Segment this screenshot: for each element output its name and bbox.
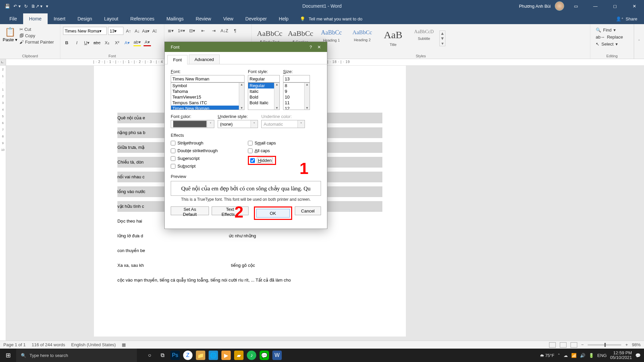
zoom-slider[interactable] <box>588 344 621 346</box>
clock[interactable]: 12:59 PM05/10/2021 <box>610 351 632 360</box>
tell-me-search[interactable]: 💡 Tell me what you want to do <box>294 16 368 24</box>
zoom-level[interactable]: 98% <box>632 342 641 347</box>
grow-font-icon[interactable]: A↑ <box>125 27 132 35</box>
superscript-checkbox[interactable]: Superscript <box>171 156 218 161</box>
styles-more-icon[interactable]: ▾ <box>440 41 445 46</box>
tab-file[interactable]: File <box>3 13 23 24</box>
dialog-title-bar[interactable]: Font ? ✕ <box>165 42 327 52</box>
share-button[interactable]: 👤⁺ Share <box>609 14 644 24</box>
font-color-icon[interactable]: A▾ <box>144 39 151 46</box>
inc-indent-icon[interactable]: ⇥ <box>210 27 217 34</box>
taskbar-search[interactable]: 🔍 Type here to search <box>16 349 137 362</box>
tab-layout[interactable]: Layout <box>98 13 124 24</box>
tab-selector-icon[interactable]: ∟ <box>0 59 5 64</box>
wifi-icon[interactable]: 📶 <box>571 353 577 358</box>
redo-icon[interactable]: ↻ <box>24 4 28 9</box>
tab-home[interactable]: Home <box>23 13 48 24</box>
tab-references[interactable]: References <box>124 13 161 24</box>
photoshop-icon[interactable]: Ps <box>170 351 180 360</box>
minimize-icon[interactable]: — <box>588 0 603 12</box>
underline-style-dropdown[interactable]: (none) <box>218 120 258 128</box>
sort-icon[interactable]: A↓Z <box>221 27 228 34</box>
font-color-dropdown[interactable] <box>171 120 214 128</box>
find-button[interactable]: 🔍 Find ▾ <box>596 27 628 33</box>
cloud-icon[interactable]: ☁ <box>564 353 568 358</box>
italic-icon[interactable]: I <box>73 39 80 46</box>
close-icon[interactable]: ✕ <box>627 0 642 12</box>
ok-button[interactable]: OK <box>256 209 290 218</box>
subscript-checkbox[interactable]: Subscript <box>171 164 218 169</box>
dialog-close-icon[interactable]: ✕ <box>315 45 324 50</box>
text-effects-icon[interactable]: A▾ <box>123 39 131 46</box>
edge-icon[interactable]: 🌐 <box>209 351 218 360</box>
zoom-in-icon[interactable]: + <box>625 342 628 347</box>
tab-review[interactable]: Review <box>190 13 217 24</box>
ribbon-display-icon[interactable]: ▭ <box>568 0 584 12</box>
undo-icon[interactable]: ↶ ▾ <box>13 4 21 9</box>
select-button[interactable]: ↖ Select ▾ <box>596 42 628 47</box>
double-strikethrough-checkbox[interactable]: Double strikethrough <box>171 148 218 153</box>
tab-insert[interactable]: Insert <box>48 13 71 24</box>
font-size-combo[interactable]: 13 ▾ <box>108 27 123 35</box>
read-mode-icon[interactable] <box>549 342 556 348</box>
cortana-icon[interactable]: ○ <box>145 351 154 360</box>
shrink-font-icon[interactable]: A↓ <box>133 27 141 35</box>
tab-view[interactable]: View <box>217 13 239 24</box>
print-layout-icon[interactable] <box>560 342 567 348</box>
superscript-icon[interactable]: X² <box>113 39 121 46</box>
vertical-ruler[interactable]: 21·12345678910 <box>0 66 6 349</box>
set-as-default-button[interactable]: Set As Default <box>171 206 209 215</box>
format-painter-button[interactable]: 🖌 Format Painter <box>19 40 54 45</box>
scrollbar[interactable] <box>239 83 244 110</box>
font-input[interactable] <box>171 75 245 82</box>
tab-design[interactable]: Design <box>71 13 98 24</box>
zalo-icon[interactable]: Z <box>183 351 193 360</box>
all-caps-checkbox[interactable]: All caps <box>248 148 276 153</box>
copy-button[interactable]: 🗐 Copy <box>19 33 54 38</box>
tab-developer[interactable]: Developer <box>239 13 273 24</box>
save-icon[interactable]: 💾 <box>5 4 10 9</box>
font-style-listbox[interactable]: Regular Italic Bold Bold Italic <box>248 82 280 110</box>
show-hidden-icon[interactable]: ˄ <box>558 353 560 358</box>
task-view-icon[interactable]: ⧉ <box>158 351 167 360</box>
dialog-tab-font[interactable]: Font <box>167 55 187 64</box>
styles-down-icon[interactable]: ▼ <box>440 36 445 41</box>
dec-indent-icon[interactable]: ⇤ <box>199 27 207 34</box>
numbering-icon[interactable]: 1≡▾ <box>178 27 185 34</box>
word-count[interactable]: 116 of 244 words <box>32 342 65 347</box>
page-status[interactable]: Page 1 of 1 <box>3 342 26 347</box>
macro-icon[interactable]: ▦ <box>122 342 126 347</box>
volume-icon[interactable]: 🔊 <box>580 353 585 358</box>
subscript-icon[interactable]: X₂ <box>103 39 111 46</box>
start-button[interactable]: ⊞ <box>0 349 16 362</box>
line-icon[interactable]: 💬 <box>260 351 269 360</box>
file-explorer-icon[interactable]: 📁 <box>196 351 205 360</box>
weather-icon[interactable]: 🌧 75°F <box>540 353 554 358</box>
language-status[interactable]: English (United States) <box>71 342 116 347</box>
underline-icon[interactable]: U▾ <box>83 39 91 46</box>
font-listbox[interactable]: Symbol Tahoma TeamViewer15 Tempus Sans I… <box>171 82 245 110</box>
multilevel-icon[interactable]: ⊟▾ <box>189 27 196 34</box>
font-size-listbox[interactable]: 8 9 10 11 12 <box>283 82 310 110</box>
font-name-combo[interactable]: Times New Roma ▾ <box>63 27 107 35</box>
qat-dropdown-icon[interactable]: ▾ <box>46 4 48 9</box>
export-icon[interactable]: 🗎↗ ▾ <box>31 4 43 9</box>
avatar[interactable] <box>555 1 564 11</box>
word-icon[interactable]: W <box>272 351 282 360</box>
small-caps-checkbox[interactable]: Small caps <box>248 140 276 145</box>
hidden-checkbox[interactable]: Hidden <box>250 158 273 163</box>
strike-icon[interactable]: abc <box>93 39 101 46</box>
font-size-input[interactable] <box>283 75 310 82</box>
dialog-help-icon[interactable]: ? <box>307 45 315 50</box>
bold-icon[interactable]: B <box>63 39 70 46</box>
clear-format-icon[interactable]: A⃠ <box>151 27 158 35</box>
tab-help[interactable]: Help <box>273 13 294 24</box>
styles-up-icon[interactable]: ▲ <box>440 31 445 36</box>
font-style-input[interactable] <box>248 75 280 82</box>
notification-icon[interactable]: 💬 <box>635 353 641 358</box>
bullets-icon[interactable]: ≣▾ <box>167 27 174 34</box>
replace-button[interactable]: ab↔ Replace <box>596 35 628 40</box>
show-marks-icon[interactable]: ¶ <box>231 27 239 34</box>
web-layout-icon[interactable] <box>571 342 577 348</box>
strikethrough-checkbox[interactable]: Strikethrough <box>171 140 218 145</box>
